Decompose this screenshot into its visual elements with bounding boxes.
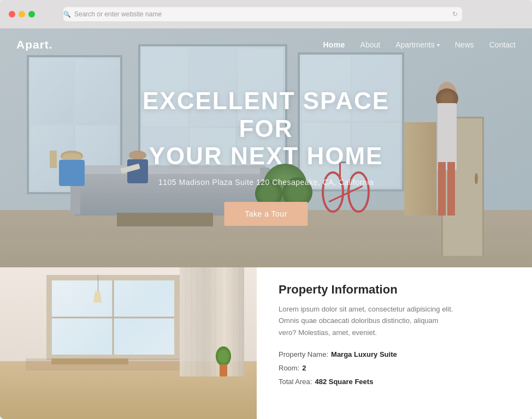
browser-chrome: 🔍 Search or enter website name ↻ (0, 0, 532, 28)
nav-logo[interactable]: Apart. (16, 38, 53, 51)
take-a-tour-button[interactable]: Take a Tour (224, 202, 308, 226)
chevron-down-icon: ▾ (437, 42, 440, 48)
property-info-description: Lorem ipsum dolor sit amet, consectetur … (279, 303, 453, 338)
traffic-light-yellow[interactable] (19, 11, 25, 17)
prop-rug (26, 358, 180, 370)
hero-content: EXCELLENT SPACE FOR YOUR NEXT HOME 1105 … (133, 87, 399, 226)
prop-lamp (92, 275, 103, 333)
navbar: Apart. Home About Apartments ▾ News Cont… (0, 28, 532, 61)
property-area-value: 482 Square Feets (315, 378, 373, 386)
property-image-container (0, 267, 257, 419)
lower-section: Property Information Lorem ipsum dolor s… (0, 267, 532, 419)
reload-icon[interactable]: ↻ (452, 10, 458, 18)
nav-item-contact[interactable]: Contact (489, 40, 516, 50)
hero-title: EXCELLENT SPACE FOR YOUR NEXT HOME (133, 87, 399, 170)
address-bar[interactable]: 🔍 Search or enter website name ↻ (63, 7, 462, 21)
property-room-row: Room: 2 (279, 364, 510, 372)
property-room-value: 2 (302, 364, 306, 372)
traffic-light-green[interactable] (28, 11, 35, 17)
property-name-row: Property Name: Marga Luxury Suite (279, 350, 510, 358)
search-icon: 🔍 (63, 11, 71, 18)
traffic-lights (9, 11, 35, 17)
nav-menu: Home About Apartments ▾ News Contact (323, 40, 516, 50)
nav-item-home[interactable]: Home (323, 40, 345, 50)
hero-section: Apart. Home About Apartments ▾ News Cont… (0, 28, 532, 296)
prop-plant-small (216, 346, 231, 377)
property-area-row: Total Area: 482 Square Feets (279, 378, 510, 386)
nav-item-news[interactable]: News (455, 40, 474, 50)
nav-item-apartments[interactable]: Apartments ▾ (395, 40, 440, 49)
property-name-value: Marga Luxury Suite (331, 350, 397, 358)
curtain (180, 267, 244, 376)
traffic-light-red[interactable] (9, 11, 15, 17)
property-image (0, 267, 257, 419)
address-bar-text: Search or enter website name (74, 10, 162, 18)
property-details: Property Name: Marga Luxury Suite Room: … (279, 350, 510, 386)
property-info-title: Property Information (279, 283, 510, 297)
property-info: Property Information Lorem ipsum dolor s… (257, 267, 532, 419)
website: Apart. Home About Apartments ▾ News Cont… (0, 28, 532, 419)
nav-item-about[interactable]: About (360, 40, 381, 50)
hero-address: 1105 Madison Plaza Suite 120 Chesapeake,… (133, 178, 399, 187)
property-window (46, 275, 180, 360)
